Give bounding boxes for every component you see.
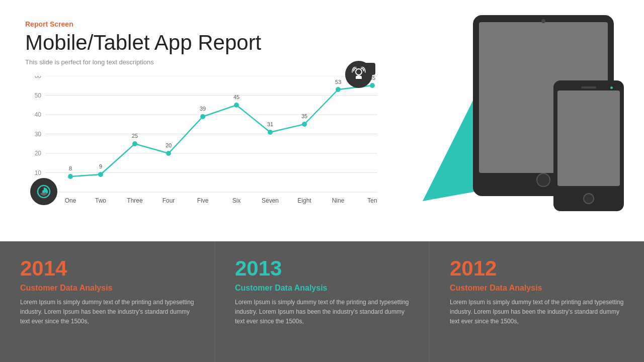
bottom-section: 2014 Customer Data Analysis Lorem Ipsum … — [0, 241, 644, 362]
svg-text:Eight: Eight — [297, 197, 311, 204]
dp-five — [200, 114, 205, 119]
report-subtitle: This slide is perfect for long text desc… — [25, 58, 377, 66]
dp-eight — [302, 122, 307, 127]
svg-text:Five: Five — [197, 197, 209, 204]
svg-text:8: 8 — [69, 165, 72, 171]
section-2012: 2012 Customer Data Analysis Lorem Ipsum … — [430, 241, 644, 362]
svg-text:Three: Three — [127, 197, 143, 204]
dp-two — [98, 172, 103, 177]
phone-indicator — [610, 86, 613, 89]
svg-text:20: 20 — [166, 142, 172, 148]
analysis-title-2012: Customer Data Analysis — [450, 284, 624, 293]
chart-svg: 60 50 40 30 20 10 0 — [25, 76, 377, 212]
dp-ten — [370, 83, 375, 88]
devices-area — [392, 0, 644, 241]
section-2013: 2013 Customer Data Analysis Lorem Ipsum … — [215, 241, 430, 362]
report-label: Report Screen — [25, 20, 377, 28]
svg-text:35: 35 — [301, 113, 307, 119]
svg-point-36 — [356, 69, 362, 75]
svg-text:25: 25 — [132, 133, 138, 139]
analysis-text-2013: Lorem Ipsum is simply dummy text of the … — [235, 298, 409, 327]
svg-text:9: 9 — [99, 163, 102, 169]
analysis-title-2013: Customer Data Analysis — [235, 284, 409, 293]
phone-speaker — [581, 86, 596, 88]
svg-text:One: One — [65, 197, 76, 204]
svg-text:Ten: Ten — [367, 197, 377, 204]
dp-seven — [268, 130, 273, 135]
dp-four — [166, 151, 171, 156]
dp-six — [234, 103, 239, 108]
svg-text:60: 60 — [35, 76, 42, 79]
phone-device — [553, 80, 624, 211]
svg-text:20: 20 — [35, 150, 42, 157]
year-2013: 2013 — [235, 256, 409, 281]
line-chart: 60 50 40 30 20 10 0 — [25, 76, 377, 212]
phone-home-button — [583, 193, 594, 204]
chart-area: Report Screen Mobile/Tablet App Report T… — [0, 0, 392, 241]
analysis-text-2012: Lorem Ipsum is simply dummy text of the … — [450, 298, 624, 327]
chart-line — [70, 85, 372, 176]
phone-screen — [557, 90, 620, 186]
tablet-camera — [541, 19, 545, 23]
svg-text:39: 39 — [200, 106, 206, 112]
svg-text:53: 53 — [335, 79, 341, 85]
report-title: Mobile/Tablet App Report — [25, 31, 377, 54]
analysis-title-2014: Customer Data Analysis — [20, 284, 194, 293]
analysis-text-2014: Lorem Ipsum is simply dummy text of the … — [20, 298, 194, 327]
year-2012: 2012 — [450, 256, 624, 281]
svg-text:Two: Two — [95, 197, 106, 204]
svg-text:45: 45 — [233, 94, 239, 100]
year-2014: 2014 — [20, 256, 194, 281]
signal-badge — [345, 61, 372, 88]
svg-text:30: 30 — [35, 131, 42, 138]
top-section: Report Screen Mobile/Tablet App Report T… — [0, 0, 644, 241]
dp-nine — [336, 87, 341, 92]
chart-icon-badge — [30, 178, 57, 205]
dp-three — [132, 141, 137, 146]
svg-text:Four: Four — [163, 197, 175, 204]
svg-text:10: 10 — [35, 169, 42, 176]
section-2014: 2014 Customer Data Analysis Lorem Ipsum … — [0, 241, 215, 362]
svg-text:50: 50 — [35, 92, 42, 99]
svg-text:Seven: Seven — [262, 197, 279, 204]
svg-text:31: 31 — [267, 121, 273, 127]
tablet-home-button — [536, 173, 550, 187]
svg-text:40: 40 — [35, 111, 42, 118]
svg-point-1 — [42, 190, 45, 193]
svg-text:Nine: Nine — [332, 197, 345, 204]
dp-one — [68, 174, 73, 179]
svg-text:Six: Six — [232, 197, 241, 204]
